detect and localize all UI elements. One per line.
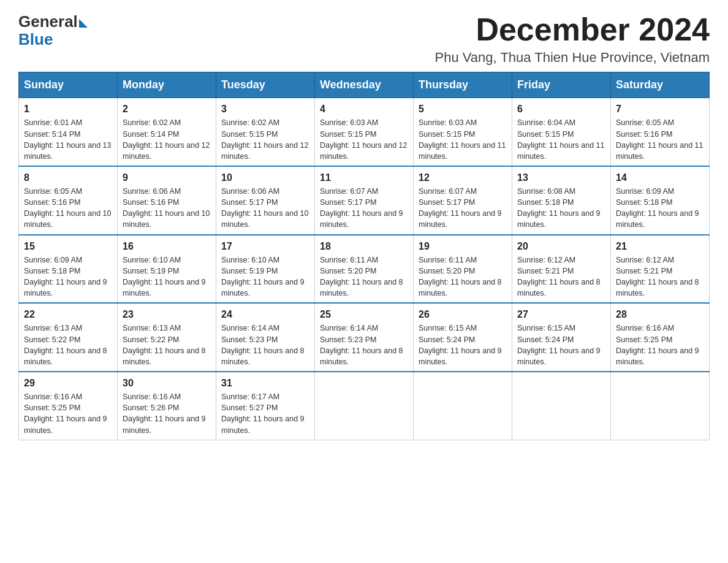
day-number: 14: [616, 170, 704, 185]
day-of-week-header: Friday: [512, 72, 611, 98]
day-number: 23: [123, 307, 211, 321]
calendar-day-cell: 27Sunrise: 6:15 AMSunset: 5:24 PMDayligh…: [512, 303, 611, 372]
day-number: 30: [123, 376, 211, 390]
day-number: 8: [24, 170, 112, 185]
title-section: December 2024 Phu Vang, Thua Thien Hue P…: [435, 12, 710, 66]
calendar-day-cell: 30Sunrise: 6:16 AMSunset: 5:26 PMDayligh…: [118, 372, 216, 440]
calendar-week-row: 29Sunrise: 6:16 AMSunset: 5:25 PMDayligh…: [19, 372, 710, 440]
calendar-day-cell: 19Sunrise: 6:11 AMSunset: 5:20 PMDayligh…: [414, 235, 512, 304]
calendar-day-cell: 13Sunrise: 6:08 AMSunset: 5:18 PMDayligh…: [512, 166, 611, 235]
day-number: 20: [517, 239, 605, 253]
calendar-day-cell: 23Sunrise: 6:13 AMSunset: 5:22 PMDayligh…: [118, 303, 216, 372]
calendar-day-cell: 16Sunrise: 6:10 AMSunset: 5:19 PMDayligh…: [118, 235, 216, 304]
location-subtitle: Phu Vang, Thua Thien Hue Province, Vietn…: [435, 50, 710, 66]
logo-general-text: General: [18, 12, 78, 31]
calendar-day-cell: 2Sunrise: 6:02 AMSunset: 5:14 PMDaylight…: [118, 98, 216, 166]
calendar-week-row: 8Sunrise: 6:05 AMSunset: 5:16 PMDaylight…: [19, 166, 710, 235]
calendar-week-row: 1Sunrise: 6:01 AMSunset: 5:14 PMDaylight…: [19, 98, 710, 166]
calendar-header-row: SundayMondayTuesdayWednesdayThursdayFrid…: [19, 72, 710, 98]
calendar-day-cell: 22Sunrise: 6:13 AMSunset: 5:22 PMDayligh…: [19, 303, 118, 372]
day-number: 24: [221, 307, 309, 321]
page-title: December 2024: [435, 12, 710, 47]
day-number: 6: [517, 102, 605, 116]
calendar-week-row: 22Sunrise: 6:13 AMSunset: 5:22 PMDayligh…: [19, 303, 710, 372]
day-number: 3: [221, 102, 309, 116]
calendar-day-cell: 29Sunrise: 6:16 AMSunset: 5:25 PMDayligh…: [19, 372, 118, 440]
calendar-day-cell: 31Sunrise: 6:17 AMSunset: 5:27 PMDayligh…: [216, 372, 315, 440]
calendar-day-cell: 5Sunrise: 6:03 AMSunset: 5:15 PMDaylight…: [414, 98, 512, 166]
day-of-week-header: Tuesday: [216, 72, 315, 98]
calendar-day-cell: [315, 372, 414, 440]
day-number: 16: [123, 239, 211, 253]
day-number: 26: [419, 307, 507, 321]
calendar-day-cell: 6Sunrise: 6:04 AMSunset: 5:15 PMDaylight…: [512, 98, 611, 166]
day-number: 21: [616, 239, 704, 253]
calendar-day-cell: 14Sunrise: 6:09 AMSunset: 5:18 PMDayligh…: [611, 166, 710, 235]
day-number: 29: [24, 376, 112, 390]
day-number: 2: [123, 102, 211, 116]
day-number: 18: [320, 239, 408, 253]
logo-blue-text: Blue: [18, 31, 53, 47]
calendar-day-cell: 18Sunrise: 6:11 AMSunset: 5:20 PMDayligh…: [315, 235, 414, 304]
day-number: 9: [123, 170, 211, 185]
day-of-week-header: Saturday: [611, 72, 710, 98]
day-number: 4: [320, 102, 408, 116]
calendar-day-cell: 8Sunrise: 6:05 AMSunset: 5:16 PMDaylight…: [19, 166, 118, 235]
page-header: General Blue December 2024 Phu Vang, Thu…: [18, 12, 710, 66]
day-number: 13: [517, 170, 605, 185]
day-of-week-header: Monday: [118, 72, 216, 98]
calendar-day-cell: 15Sunrise: 6:09 AMSunset: 5:18 PMDayligh…: [19, 235, 118, 304]
calendar-table: SundayMondayTuesdayWednesdayThursdayFrid…: [18, 72, 710, 440]
calendar-day-cell: 20Sunrise: 6:12 AMSunset: 5:21 PMDayligh…: [512, 235, 611, 304]
day-number: 25: [320, 307, 408, 321]
day-number: 22: [24, 307, 112, 321]
day-number: 7: [616, 102, 704, 116]
day-number: 19: [419, 239, 507, 253]
calendar-day-cell: [414, 372, 512, 440]
calendar-day-cell: 12Sunrise: 6:07 AMSunset: 5:17 PMDayligh…: [414, 166, 512, 235]
calendar-day-cell: 25Sunrise: 6:14 AMSunset: 5:23 PMDayligh…: [315, 303, 414, 372]
calendar-day-cell: 7Sunrise: 6:05 AMSunset: 5:16 PMDaylight…: [611, 98, 710, 166]
day-number: 10: [221, 170, 309, 185]
calendar-week-row: 15Sunrise: 6:09 AMSunset: 5:18 PMDayligh…: [19, 235, 710, 304]
calendar-day-cell: 17Sunrise: 6:10 AMSunset: 5:19 PMDayligh…: [216, 235, 315, 304]
day-number: 31: [221, 376, 309, 390]
day-number: 28: [616, 307, 704, 321]
calendar-day-cell: 26Sunrise: 6:15 AMSunset: 5:24 PMDayligh…: [414, 303, 512, 372]
day-number: 27: [517, 307, 605, 321]
day-number: 15: [24, 239, 112, 253]
calendar-day-cell: [611, 372, 710, 440]
calendar-day-cell: 4Sunrise: 6:03 AMSunset: 5:15 PMDaylight…: [315, 98, 414, 166]
calendar-day-cell: 3Sunrise: 6:02 AMSunset: 5:15 PMDaylight…: [216, 98, 315, 166]
calendar-day-cell: 11Sunrise: 6:07 AMSunset: 5:17 PMDayligh…: [315, 166, 414, 235]
calendar-day-cell: 10Sunrise: 6:06 AMSunset: 5:17 PMDayligh…: [216, 166, 315, 235]
day-number: 11: [320, 170, 408, 185]
day-number: 5: [419, 102, 507, 116]
day-of-week-header: Wednesday: [315, 72, 414, 98]
day-number: 12: [419, 170, 507, 185]
calendar-day-cell: [512, 372, 611, 440]
day-of-week-header: Sunday: [19, 72, 118, 98]
day-number: 1: [24, 102, 112, 116]
calendar-day-cell: 28Sunrise: 6:16 AMSunset: 5:25 PMDayligh…: [611, 303, 710, 372]
logo: General Blue: [18, 12, 88, 47]
calendar-day-cell: 24Sunrise: 6:14 AMSunset: 5:23 PMDayligh…: [216, 303, 315, 372]
calendar-day-cell: 1Sunrise: 6:01 AMSunset: 5:14 PMDaylight…: [19, 98, 118, 166]
calendar-day-cell: 21Sunrise: 6:12 AMSunset: 5:21 PMDayligh…: [611, 235, 710, 304]
day-number: 17: [221, 239, 309, 253]
day-of-week-header: Thursday: [414, 72, 512, 98]
logo-triangle-icon: [79, 19, 88, 28]
calendar-day-cell: 9Sunrise: 6:06 AMSunset: 5:16 PMDaylight…: [118, 166, 216, 235]
